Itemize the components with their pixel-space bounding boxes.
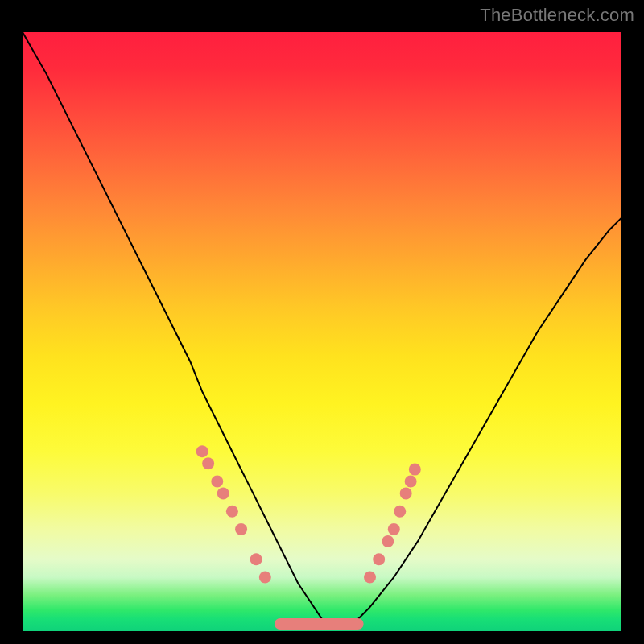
data-marker <box>409 464 421 476</box>
watermark-text: TheBottleneck.com <box>480 5 634 26</box>
curve-svg <box>23 32 621 631</box>
data-marker <box>217 487 229 499</box>
data-marker <box>400 487 412 499</box>
data-marker <box>259 572 271 584</box>
data-marker <box>405 476 417 488</box>
data-marker <box>364 572 376 584</box>
data-marker <box>196 445 208 457</box>
data-marker <box>373 553 385 565</box>
data-marker <box>211 476 223 488</box>
data-marker <box>226 506 238 518</box>
chart-frame: TheBottleneck.com <box>0 0 644 644</box>
data-marker <box>202 457 214 469</box>
marker-cluster-left <box>196 445 271 583</box>
data-marker <box>250 553 262 565</box>
bottleneck-curve <box>23 32 621 625</box>
data-marker <box>388 523 400 535</box>
data-marker <box>394 506 406 518</box>
data-marker <box>382 535 394 547</box>
marker-cluster-right <box>364 464 421 584</box>
data-marker <box>235 523 247 535</box>
plot-area <box>23 32 621 631</box>
